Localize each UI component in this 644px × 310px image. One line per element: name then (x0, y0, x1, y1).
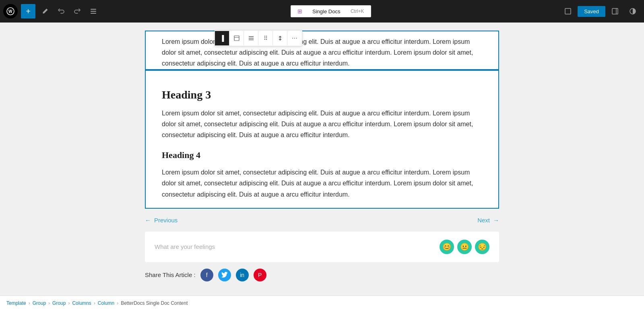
feeling-sad[interactable]: 😔 (475, 240, 489, 254)
svg-rect-9 (234, 36, 239, 41)
share-label: Share This Article : (145, 271, 196, 278)
prev-arrow: ← (145, 217, 151, 224)
editor-canvas: Lorem ipsum dolor sit amet, consectetur … (0, 31, 644, 288)
share-section: Share This Article : f in P (145, 262, 499, 288)
breadcrumb-current: BetterDocs Single Doc Content (121, 300, 188, 306)
breadcrumb-group2[interactable]: Group (52, 300, 66, 306)
list-view-button[interactable] (86, 4, 101, 18)
heading-3: Heading 3 (162, 88, 482, 101)
block-type-btn[interactable] (229, 31, 244, 45)
more-options-btn[interactable]: ⋯ (287, 31, 302, 45)
sidebar-toggle-button[interactable] (608, 4, 622, 18)
feeling-neutral[interactable]: 😐 (457, 240, 472, 254)
paragraph-3: Lorem ipsum dolor sit amet, consectetur … (162, 108, 482, 141)
toolbar-center: ⊞ Single Docs Ctrl+K (101, 5, 560, 17)
svg-rect-2 (91, 9, 96, 10)
saved-button[interactable]: Saved (578, 6, 605, 17)
main-content: Lorem ipsum dolor sit amet, consectetur … (0, 23, 644, 310)
breadcrumb-sep-1: › (29, 300, 30, 306)
docs-icon: ⊞ (297, 8, 302, 14)
drag-btn[interactable]: ⠿ (258, 31, 273, 45)
previous-label: Previous (154, 217, 178, 224)
share-linkedin[interactable]: in (236, 269, 249, 281)
breadcrumb-bar: Template › Group › Group › Columns › Col… (0, 296, 644, 310)
block-sidebar-btn[interactable]: ▐ (215, 31, 229, 45)
align-btn[interactable] (244, 31, 258, 45)
breadcrumb-sep-2: › (48, 300, 50, 306)
breadcrumb-sep-3: › (68, 300, 70, 306)
next-arrow: → (493, 217, 499, 224)
heading-4: Heading 4 (162, 150, 482, 160)
breadcrumb-group1[interactable]: Group (33, 300, 46, 306)
add-block-button[interactable]: + (21, 4, 35, 18)
next-link[interactable]: Next → (477, 217, 499, 224)
breadcrumb-template[interactable]: Template (6, 300, 26, 306)
share-pinterest[interactable]: P (254, 269, 266, 281)
top-paragraph: Lorem ipsum dolor sit amet, consectetur … (162, 36, 482, 69)
shortcut-label: Ctrl+K (351, 8, 364, 14)
navigation-row: ← Previous Next → (145, 210, 499, 230)
feeling-happy[interactable]: 😊 (440, 240, 454, 254)
main-content-block[interactable]: Heading 3 Lorem ipsum dolor sit amet, co… (145, 70, 499, 209)
share-facebook[interactable]: f (200, 269, 213, 281)
contrast-button[interactable] (625, 4, 640, 18)
breadcrumb-columns[interactable]: Columns (72, 300, 91, 306)
feelings-placeholder: What are your feelings (155, 243, 215, 250)
breadcrumb-sep-4: › (94, 300, 95, 306)
content-text-area: Heading 3 Lorem ipsum dolor sit amet, co… (146, 71, 498, 208)
svg-rect-3 (91, 11, 96, 12)
previous-link[interactable]: ← Previous (145, 217, 178, 224)
wp-logo[interactable]: W (3, 4, 18, 18)
move-btn[interactable] (273, 31, 287, 45)
svg-rect-5 (565, 8, 571, 14)
breadcrumb-column[interactable]: Column (98, 300, 114, 306)
view-button[interactable] (561, 4, 575, 18)
edit-button[interactable] (38, 4, 52, 18)
svg-rect-6 (612, 8, 618, 14)
breadcrumb-sep-5: › (117, 300, 118, 306)
paragraph-4: Lorem ipsum dolor sit amet, consectetur … (162, 167, 482, 200)
svg-text:W: W (8, 9, 12, 14)
top-toolbar: W + ⊞ Single Docs (0, 0, 644, 23)
block-toolbar: ▐ ⠿ ⋯ (215, 30, 302, 46)
redo-button[interactable] (70, 4, 85, 18)
share-twitter[interactable] (218, 269, 231, 281)
single-docs-button[interactable]: ⊞ Single Docs Ctrl+K (291, 5, 371, 17)
next-label: Next (477, 217, 490, 224)
svg-rect-4 (91, 13, 96, 14)
content-block-top[interactable]: Lorem ipsum dolor sit amet, consectetur … (145, 31, 499, 70)
feelings-section: What are your feelings 😊 😐 😔 (145, 232, 499, 262)
toolbar-right: Saved (560, 4, 641, 18)
undo-button[interactable] (54, 4, 68, 18)
single-docs-label: Single Docs (312, 8, 340, 14)
feelings-icons: 😊 😐 😔 (440, 240, 489, 254)
